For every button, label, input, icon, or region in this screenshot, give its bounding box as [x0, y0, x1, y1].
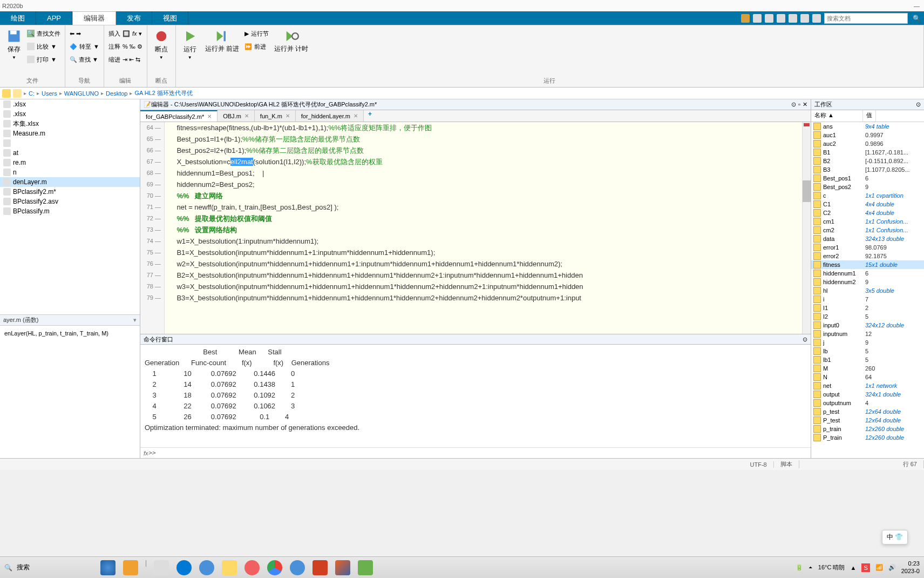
workspace-variable[interactable]: output324x1 double	[811, 390, 924, 399]
cmd-options-icon[interactable]: ⊙	[803, 336, 807, 343]
weather-widget[interactable]: 16°C 晴朗	[818, 563, 845, 572]
code-line[interactable]: fitness=reshape(fitness,(ub-lb+1)*(ub1-l…	[169, 122, 802, 133]
workspace-variable[interactable]: Best_pos16	[811, 174, 924, 183]
tab-editor[interactable]: 编辑器	[72, 11, 116, 25]
ws-options-icon[interactable]: ⊙	[916, 101, 921, 108]
ie-icon[interactable]	[290, 560, 305, 575]
nav-back[interactable]: ⬅ ➡	[70, 28, 99, 39]
workspace-variable[interactable]: inputnum12	[811, 330, 924, 338]
editor-tab[interactable]: for_GABPclassify2.m*✕	[140, 110, 218, 122]
workspace-variable[interactable]: net1x1 network	[811, 381, 924, 390]
news-icon[interactable]	[123, 560, 138, 575]
workspace-variable[interactable]: error198.0769	[811, 243, 924, 252]
find-button[interactable]: 🔍 查找 ▼	[70, 53, 99, 65]
workspace-variable[interactable]: B2[-0.1511,0.892...	[811, 157, 924, 165]
ime-indicator[interactable]: 中 👕	[882, 530, 908, 545]
run-time-button[interactable]: 运行并 计时	[272, 28, 310, 53]
wifi-icon[interactable]: 📶	[875, 564, 883, 571]
run-section-button[interactable]: ▶ 运行节	[244, 28, 269, 39]
file-item[interactable]: Measure.m	[0, 129, 140, 138]
file-item[interactable]: 本集.xlsx	[0, 119, 140, 129]
matlab-icon[interactable]	[335, 560, 350, 575]
editor-tab[interactable]: fun_K.m✕	[255, 110, 296, 122]
dock-icon[interactable]: ⊙	[791, 101, 796, 108]
file-item[interactable]: BPclassify2.m*	[0, 187, 140, 197]
workspace-variable[interactable]: M260	[811, 364, 924, 373]
file-item[interactable]	[0, 138, 140, 148]
workspace-variable[interactable]: hl3x5 double	[811, 286, 924, 295]
run-button[interactable]: 运行▼	[180, 28, 200, 61]
workspace-variable[interactable]: p_test12x64 double	[811, 407, 924, 416]
app-icon[interactable]	[199, 560, 214, 575]
run-advance-button[interactable]: 运行并 前进	[203, 28, 241, 53]
close-tab-icon[interactable]: ✕	[286, 113, 290, 119]
file-item[interactable]: denLayer.m	[0, 177, 140, 187]
tab-app[interactable]: APP	[36, 11, 72, 25]
close-tab-icon[interactable]: ✕	[244, 113, 249, 119]
app-icon-3[interactable]	[358, 560, 373, 575]
fx-prompt[interactable]: fx	[144, 450, 148, 456]
goto-button[interactable]: 🔷 转至 ▼	[70, 41, 99, 52]
workspace-variable[interactable]: P_test12x64 double	[811, 416, 924, 425]
indent-button[interactable]: 缩进 ⇥ ⇤ ⇆	[108, 53, 142, 65]
task-view-icon[interactable]	[154, 560, 169, 575]
undo-icon[interactable]	[789, 14, 797, 23]
workspace-variable[interactable]: hiddennum16	[811, 269, 924, 278]
code-line[interactable]: hiddennum1=Best_pos1; |	[169, 167, 802, 179]
workspace-variable[interactable]: input0324x12 double	[811, 321, 924, 330]
save-icon[interactable]	[741, 14, 750, 23]
workspace-variable[interactable]: N64	[811, 373, 924, 381]
doc-search-input[interactable]	[827, 15, 905, 22]
add-tab-button[interactable]: +	[364, 110, 376, 122]
powerpoint-icon[interactable]	[312, 560, 328, 575]
code-line[interactable]: %% 提取最优初始权值和阈值	[169, 213, 802, 224]
workspace-variable[interactable]: auc10.9997	[811, 131, 924, 139]
function-section-header[interactable]: ayer.m (函数)▾	[0, 314, 140, 326]
workspace-variable[interactable]: hiddennum29	[811, 278, 924, 286]
workspace-variable[interactable]: B1[1.1627,-0.181...	[811, 148, 924, 157]
code-line[interactable]: B1=X_bestsolution(inputnum*hiddennum1+1:…	[169, 247, 802, 258]
folder-icon[interactable]	[2, 89, 11, 98]
code-line[interactable]: Best_pos1=I1+(lb-1);%%储存第一层隐含层的最优界节点数	[169, 133, 802, 145]
doc-search-button[interactable]: 🔍	[911, 13, 922, 24]
paste-icon[interactable]	[777, 14, 785, 23]
workspace-variable[interactable]: p_train12x260 double	[811, 425, 924, 433]
workspace-variable[interactable]: C24x4 double	[811, 209, 924, 217]
find-files-button[interactable]: 🔍查找文件	[27, 28, 60, 39]
help-icon[interactable]	[812, 14, 821, 23]
workspace-variable[interactable]: error292.1875	[811, 252, 924, 260]
file-item[interactable]: .xlsx	[0, 99, 140, 109]
editor-scrollbar[interactable]	[802, 122, 811, 334]
comment-button[interactable]: 注释 % ‰ ⚙	[108, 41, 142, 52]
globe-icon[interactable]	[100, 560, 116, 575]
workspace-variable[interactable]: data324x13 double	[811, 234, 924, 243]
workspace-variable[interactable]: c1x1 cvpartition	[811, 191, 924, 200]
ws-col-value[interactable]: 值	[863, 110, 876, 122]
workspace-variable[interactable]: lb5	[811, 347, 924, 355]
app-icon-2[interactable]	[244, 560, 260, 575]
code-line[interactable]: hiddennum2=Best_pos2;	[169, 179, 802, 190]
close-tab-icon[interactable]: ✕	[354, 113, 358, 119]
path-segment[interactable]: WANGLUNO	[64, 90, 99, 97]
code-line[interactable]: %% 设置网络结构	[169, 224, 802, 236]
workspace-variable[interactable]: B3[1.1077,0.8205...	[811, 165, 924, 174]
workspace-variable[interactable]: i7	[811, 295, 924, 304]
file-item[interactable]: BPclassify2.asv	[0, 197, 140, 206]
maximize-icon[interactable]: ▫	[798, 101, 800, 108]
workspace-variable[interactable]: C14x4 double	[811, 200, 924, 209]
editor-tab[interactable]: OBJ.m✕	[218, 110, 255, 122]
file-item[interactable]: BPclassify.m	[0, 206, 140, 216]
path-segment[interactable]: Desktop	[106, 90, 127, 97]
workspace-variable[interactable]: I25	[811, 312, 924, 321]
compare-button[interactable]: 比较 ▼	[27, 41, 60, 52]
workspace-variable[interactable]: lb15	[811, 355, 924, 364]
ime-icon[interactable]: S	[861, 563, 869, 572]
ws-col-name[interactable]: 名称 ▲	[811, 110, 863, 122]
explorer-icon[interactable]	[222, 560, 237, 575]
redo-icon[interactable]	[800, 14, 809, 23]
code-line[interactable]: w3=X_bestsolution(inputnum*hiddennum1+hi…	[169, 281, 802, 292]
taskbar-search[interactable]: 🔍 搜索	[4, 563, 85, 572]
battery-icon[interactable]: 🔋	[796, 564, 803, 571]
path-segment[interactable]: GA HL2 循环迭代寻优	[134, 89, 193, 97]
command-window[interactable]: Best Mean Stall Generation Func-count f(…	[140, 345, 811, 458]
